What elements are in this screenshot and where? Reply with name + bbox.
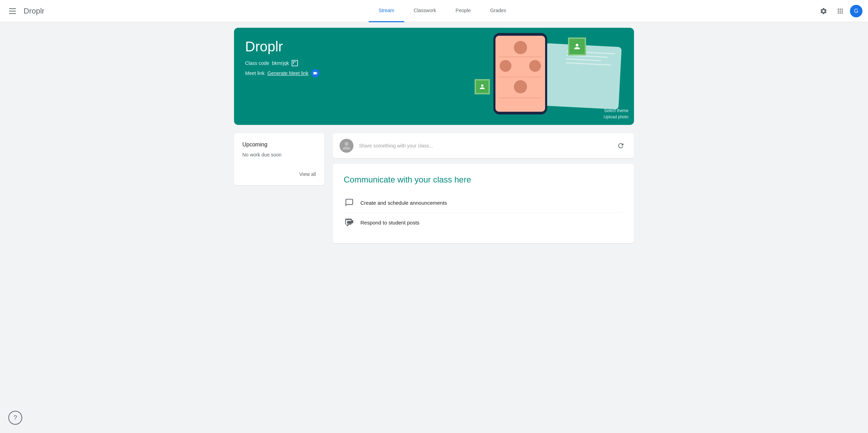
meet-icon	[311, 69, 319, 77]
user-avatar-placeholder	[340, 139, 353, 153]
class-code-value: bkmrjqk	[272, 60, 289, 66]
tab-people[interactable]: People	[446, 0, 481, 22]
tab-grades[interactable]: Grades	[481, 0, 516, 22]
apps-button[interactable]	[833, 4, 847, 18]
respond-icon	[344, 217, 355, 228]
tab-classwork[interactable]: Classwork	[404, 0, 446, 22]
upload-photo-link[interactable]: Upload photo	[604, 114, 628, 119]
user-avatar[interactable]: G	[850, 5, 862, 17]
class-code-row: Class code bkmrjqk	[245, 60, 319, 66]
upcoming-title: Upcoming	[242, 142, 316, 148]
help-icon: ?	[14, 414, 17, 422]
communicate-announcements: Create and schedule announcements	[344, 193, 623, 212]
menu-icon[interactable]	[6, 4, 19, 18]
announcement-label: Create and schedule announcements	[360, 200, 447, 206]
nav-tabs: Stream Classwork People Grades	[68, 0, 817, 22]
main-content: Droplr Class code bkmrjqk Meet link Gene…	[226, 22, 642, 252]
meet-link-label: Meet link	[245, 70, 265, 76]
settings-button[interactable]	[817, 4, 831, 18]
header-left: Droplr	[6, 4, 68, 18]
person-icon	[342, 141, 351, 151]
expand-icon[interactable]	[292, 60, 298, 66]
header-right: G	[817, 4, 862, 18]
refresh-button[interactable]	[615, 139, 627, 152]
class-title: Droplr	[245, 39, 319, 54]
banner-illustration	[394, 28, 634, 125]
help-button[interactable]: ?	[8, 411, 22, 425]
feed: Share something with your class... Commu…	[333, 133, 634, 243]
student-posts-label: Respond to student posts	[360, 220, 419, 226]
banner-content: Droplr Class code bkmrjqk Meet link Gene…	[245, 39, 319, 77]
communicate-card: Communicate with your class here Create …	[333, 164, 634, 243]
sidebar: Upcoming No work due soon View all	[234, 133, 324, 185]
share-box[interactable]: Share something with your class...	[333, 133, 634, 158]
upcoming-empty: No work due soon	[242, 152, 316, 158]
announcement-icon	[344, 197, 355, 208]
view-all-link[interactable]: View all	[299, 171, 316, 177]
apps-icon	[836, 7, 844, 15]
communicate-student-posts: Respond to student posts	[344, 212, 623, 232]
refresh-icon	[617, 142, 625, 150]
banner-meta: Class code bkmrjqk Meet link Generate Me…	[245, 60, 319, 77]
meet-link-row: Meet link Generate Meet link	[245, 69, 319, 77]
select-theme-link[interactable]: Select theme	[604, 108, 628, 113]
app-title: Droplr	[24, 7, 44, 16]
banner-footer: Select theme Upload photo	[604, 108, 628, 119]
tab-stream[interactable]: Stream	[369, 0, 404, 22]
generate-meet-link[interactable]: Generate Meet link	[267, 70, 308, 76]
header: Droplr Stream Classwork People Grades G	[0, 0, 868, 22]
bottom-section: Upcoming No work due soon View all Share…	[234, 133, 634, 243]
view-all-btn: View all	[242, 171, 316, 177]
upcoming-card: Upcoming No work due soon View all	[234, 133, 324, 185]
share-input[interactable]: Share something with your class...	[359, 143, 609, 148]
gear-icon	[820, 7, 827, 15]
communicate-title: Communicate with your class here	[344, 175, 623, 185]
class-banner: Droplr Class code bkmrjqk Meet link Gene…	[234, 28, 634, 125]
class-code-label: Class code	[245, 60, 269, 66]
